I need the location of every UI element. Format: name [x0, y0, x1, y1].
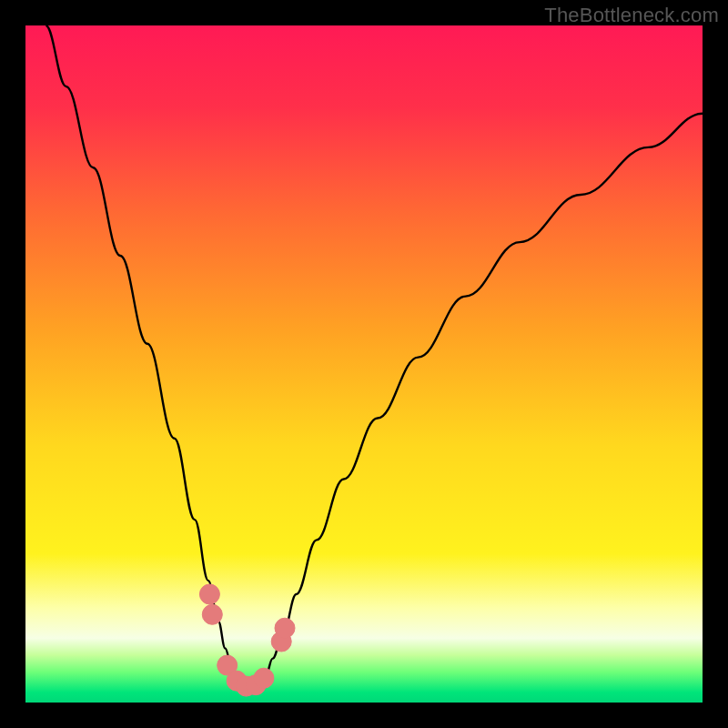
- watermark-text: TheBottleneck.com: [544, 4, 719, 27]
- chart-frame: TheBottleneck.com: [0, 0, 728, 728]
- highlight-dot: [275, 618, 295, 638]
- highlight-dot: [202, 604, 222, 624]
- highlight-dot: [199, 584, 219, 604]
- bottleneck-curve: [46, 25, 703, 688]
- highlight-dots: [199, 584, 295, 696]
- highlight-dot: [254, 668, 274, 688]
- curve-layer: [25, 25, 703, 703]
- plot-area: [25, 25, 703, 703]
